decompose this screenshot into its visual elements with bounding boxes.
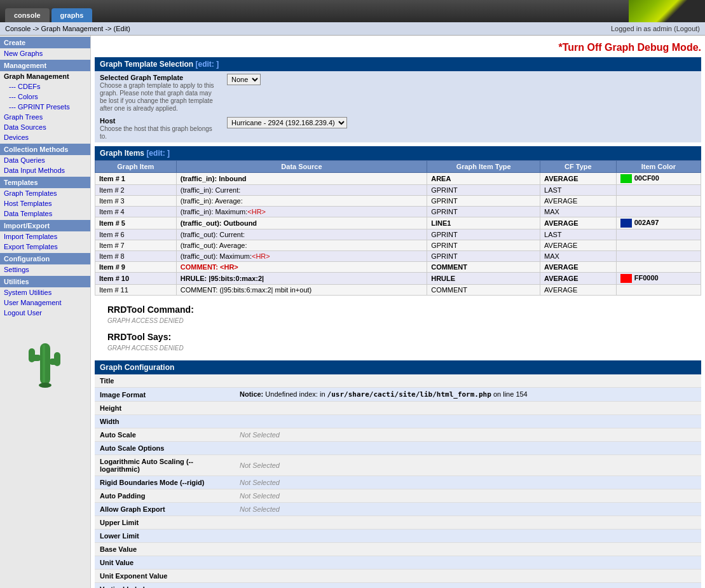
- host-label: Host: [100, 117, 115, 125]
- graph-item-cell: Item # 11: [95, 285, 177, 296]
- table-row: Item # 7(traffic_out): Average:GPRINTAVE…: [95, 240, 701, 251]
- graph-template-form: Selected Graph Template Choose a graph t…: [95, 71, 701, 142]
- host-label-cell: Host Choose the host that this graph bel…: [95, 114, 222, 142]
- sidebar-item-settings[interactable]: Settings: [0, 264, 90, 275]
- header-logo: [629, 0, 705, 22]
- graph-item-type-cell: HRULE: [427, 273, 540, 285]
- config-label: Allow Graph Export: [95, 503, 235, 516]
- sidebar-item-devices[interactable]: Devices: [0, 132, 90, 142]
- config-value: Not Selected: [235, 489, 701, 503]
- table-row: Item # 4(traffic_in): Maximum:<HR>GPRINT…: [95, 207, 701, 217]
- config-row: Upper Limit: [95, 516, 701, 530]
- config-row: Auto Scale Options: [95, 442, 701, 455]
- sidebar-item-data-queries[interactable]: Data Queries: [0, 155, 90, 165]
- table-row: Item # 6(traffic_out): Current:GPRINTLAS…: [95, 229, 701, 240]
- col-graph-item-type: Graph Item Type: [427, 161, 540, 173]
- graph-item-cell: Item # 8: [95, 251, 177, 262]
- sidebar-item-data-templates[interactable]: Data Templates: [0, 209, 90, 219]
- config-row: Base Value: [95, 543, 701, 556]
- cactus-icon: [20, 331, 71, 394]
- config-value: [235, 556, 701, 570]
- cf-type-cell: AVERAGE: [540, 173, 617, 185]
- graph-items-edit-link[interactable]: [edit: ]: [146, 149, 170, 158]
- cf-type-cell: AVERAGE: [540, 262, 617, 273]
- config-value: [235, 543, 701, 556]
- config-label: Auto Padding: [95, 489, 235, 503]
- graph-item-cell: Item # 4: [95, 207, 177, 217]
- item-color-cell: 00CF00: [616, 173, 701, 185]
- sidebar-item-data-input-methods[interactable]: Data Input Methods: [0, 165, 90, 175]
- config-row: Logarithmic Auto Scaling (--logarithmic)…: [95, 455, 701, 476]
- data-source-cell: COMMENT: (|95:bits:6:max:2| mbit in+out): [176, 285, 427, 296]
- sidebar-item-logout-user[interactable]: Logout User: [0, 308, 90, 318]
- selected-template-value-cell: None: [222, 71, 701, 114]
- config-row: Title: [95, 374, 701, 388]
- cf-type-cell: AVERAGE: [540, 196, 617, 207]
- config-label: Image Format: [95, 388, 235, 402]
- col-data-source: Data Source: [176, 161, 427, 173]
- tab-graphs[interactable]: graphs: [51, 8, 93, 22]
- host-value-cell: Hurricane - 2924 (192.168.239.4): [222, 114, 701, 142]
- host-select[interactable]: Hurricane - 2924 (192.168.239.4): [227, 117, 347, 128]
- sidebar-item-export-templates[interactable]: Export Templates: [0, 242, 90, 252]
- config-value: Not Selected: [235, 503, 701, 516]
- template-select[interactable]: None: [227, 74, 261, 85]
- table-row: Item # 5(traffic_out): OutboundLINE1AVER…: [95, 217, 701, 229]
- sidebar-management-header: Management: [0, 60, 90, 71]
- config-label: Logarithmic Auto Scaling (--logarithmic): [95, 455, 235, 476]
- sidebar-item-new-graphs[interactable]: New Graphs: [0, 48, 90, 58]
- table-row: Item # 1(traffic_in): InboundAREAAVERAGE…: [95, 173, 701, 185]
- config-row: Auto PaddingNot Selected: [95, 489, 701, 503]
- config-label: Rigid Boundaries Mode (--rigid): [95, 476, 235, 489]
- sidebar-item-colors[interactable]: --- Colors: [0, 92, 90, 102]
- debug-mode-banner[interactable]: *Turn Off Graph Debug Mode.: [95, 39, 701, 57]
- graph-item-cell: Item # 3: [95, 196, 177, 207]
- table-row: Item # 9COMMENT: <HR>COMMENTAVERAGE: [95, 262, 701, 273]
- sidebar-utilities-header: Utilities: [0, 276, 90, 287]
- sidebar-item-graph-trees[interactable]: Graph Trees: [0, 112, 90, 122]
- graph-item-cell: Item # 10: [95, 273, 177, 285]
- config-value: Notice: Undefined index: in /usr/share/c…: [235, 388, 701, 402]
- cf-type-cell: AVERAGE: [540, 240, 617, 251]
- sidebar-item-import-templates[interactable]: Import Templates: [0, 231, 90, 242]
- sidebar-item-system-utilities[interactable]: System Utilities: [0, 287, 90, 297]
- sidebar-item-user-management[interactable]: User Management: [0, 297, 90, 308]
- item-color-cell: [616, 185, 701, 196]
- cf-type-cell: MAX: [540, 251, 617, 262]
- sidebar-item-data-sources[interactable]: Data Sources: [0, 122, 90, 132]
- rrd-command-label: RRDTool Command:: [107, 304, 688, 315]
- config-value: Not Selected: [235, 428, 701, 442]
- cf-type-cell: LAST: [540, 229, 617, 240]
- graph-item-cell: Item # 5: [95, 217, 177, 229]
- selected-template-label: Selected Graph Template: [100, 74, 183, 81]
- graph-item-cell: Item # 7: [95, 240, 177, 251]
- color-value: 00CF00: [634, 174, 659, 182]
- config-label: Base Value: [95, 543, 235, 556]
- sidebar-templates-header: Templates: [0, 177, 90, 188]
- graph-item-type-cell: COMMENT: [427, 285, 540, 296]
- sidebar-item-cdefs[interactable]: --- CDEFs: [0, 81, 90, 92]
- graph-item-cell: Item # 9: [95, 262, 177, 273]
- svg-rect-5: [43, 345, 45, 383]
- svg-rect-4: [54, 352, 60, 366]
- cf-type-cell: AVERAGE: [540, 273, 617, 285]
- graph-item-type-cell: GPRINT: [427, 185, 540, 196]
- graph-template-edit-link[interactable]: [edit: ]: [196, 60, 219, 69]
- table-row: Item # 10HRULE: |95:bits:0:max:2|HRULEAV…: [95, 273, 701, 285]
- color-value: FF0000: [634, 274, 659, 282]
- graph-template-section-header: Graph Template Selection [edit: ]: [95, 57, 701, 71]
- data-source-cell: (traffic_out): Average:: [176, 240, 427, 251]
- sidebar-item-graph-management[interactable]: Graph Management: [0, 71, 90, 81]
- config-row: Unit Value: [95, 556, 701, 570]
- config-label: Auto Scale: [95, 428, 235, 442]
- sidebar-item-graph-templates[interactable]: Graph Templates: [0, 188, 90, 198]
- config-label: Height: [95, 402, 235, 415]
- item-color-cell: 002A97: [616, 217, 701, 229]
- tab-console[interactable]: console: [5, 8, 50, 22]
- svg-rect-2: [29, 348, 35, 362]
- sidebar-item-host-templates[interactable]: Host Templates: [0, 198, 90, 209]
- item-color-cell: [616, 196, 701, 207]
- cf-type-cell: AVERAGE: [540, 217, 617, 229]
- rrd-section: RRDTool Command: GRAPH ACCESS DENIED RRD…: [95, 299, 701, 357]
- sidebar-item-gprint-presets[interactable]: --- GPRINT Presets: [0, 102, 90, 112]
